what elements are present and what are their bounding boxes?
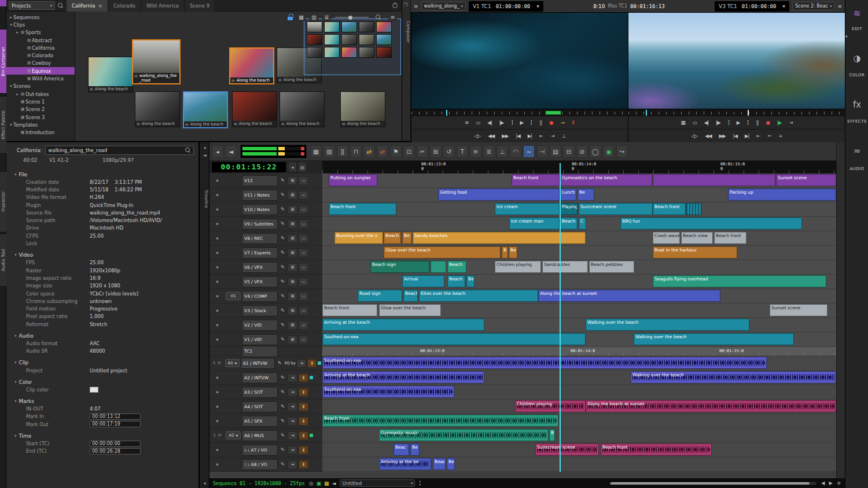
edit-pencil-icon[interactable]: ✎ bbox=[279, 293, 286, 299]
loop-icon[interactable]: ◁▷ bbox=[691, 133, 697, 139]
power-icon[interactable] bbox=[392, 3, 398, 8]
timeline-ruler[interactable]: 00:01:13:0000:01:14:0000:01:15:00 bbox=[322, 161, 836, 173]
clip[interactable]: Beach bbox=[447, 261, 466, 273]
bin-tab-scene-9[interactable]: Scene 9 bbox=[185, 0, 215, 12]
tree-item-equinox[interactable]: ▦Equinox bbox=[6, 67, 75, 75]
source-position-bar[interactable] bbox=[411, 109, 628, 116]
track-lane-a1[interactable]: Southend-on-sea bbox=[322, 356, 836, 371]
clip[interactable]: Be bbox=[578, 188, 594, 201]
track-lane-v2[interactable]: Arriving at the beachWalking over the be… bbox=[322, 318, 836, 332]
track-button-a1[interactable]: A1 / INTVW bbox=[241, 358, 275, 369]
clip[interactable]: Beach front bbox=[714, 232, 746, 244]
undo-icon[interactable]: ↺ bbox=[443, 145, 455, 158]
edit-pencil-icon[interactable]: ✎ bbox=[279, 404, 286, 409]
scroll-right-icon[interactable]: ▶ bbox=[829, 480, 832, 486]
menu-icon[interactable]: ▤ bbox=[298, 162, 307, 172]
clip[interactable]: B bbox=[549, 429, 555, 441]
tree-item-scene-1[interactable]: ▦Scene 1 bbox=[6, 98, 75, 105]
caret-right-icon[interactable]: ▸ bbox=[9, 15, 13, 20]
track-lane-v4[interactable]: Road signBeachKites over the beachAlong … bbox=[322, 289, 836, 304]
clip[interactable]: Arriving at the be bbox=[379, 458, 431, 470]
monitor-toggle[interactable]: ▣ bbox=[288, 263, 297, 272]
clip[interactable]: Playing bbox=[560, 203, 578, 215]
monitor-toggle[interactable]: ▣ bbox=[288, 306, 297, 315]
marker-icon[interactable]: ⚑ bbox=[390, 145, 402, 158]
track-lane-v12[interactable]: Putting on sunglasBeach frontGymnastics … bbox=[322, 173, 836, 188]
splice-icon[interactable]: ⇄ bbox=[377, 145, 388, 158]
zoom-slider[interactable] bbox=[335, 17, 369, 18]
monitor-toggle[interactable]: ▣ bbox=[288, 205, 297, 214]
clip[interactable] bbox=[431, 261, 446, 273]
track-lane-v5[interactable]: ArrivalBeachBeSeagulls flying overhead bbox=[322, 275, 836, 289]
fade-icon[interactable]: ◠ bbox=[510, 145, 521, 158]
clip[interactable]: Putting on sunglas bbox=[329, 174, 377, 186]
step-forward-icon[interactable]: |▶ bbox=[499, 120, 503, 125]
tree-item-colorado[interactable]: ▤Colorado bbox=[6, 51, 75, 59]
track-button-v3[interactable]: V3 / Stock bbox=[242, 305, 278, 316]
monitor-toggle[interactable]: ▣ bbox=[288, 292, 297, 301]
zoom-icon[interactable]: + bbox=[837, 480, 841, 486]
bin-clip-3[interactable]: ▤Along the beach bbox=[183, 91, 228, 128]
track-button-a5[interactable]: A5 / SFX bbox=[242, 416, 278, 427]
secondary-toggle[interactable]: ▮ bbox=[299, 417, 308, 426]
track-lane-tc1[interactable]: 00:01:13:000:01:14:000:01:15:0 bbox=[322, 347, 836, 356]
list-icon[interactable]: ≣ bbox=[483, 145, 495, 158]
go-start-icon[interactable]: ⇤ bbox=[756, 133, 760, 139]
tree-item-scenes[interactable]: ▾Scenes bbox=[6, 83, 75, 90]
clip[interactable]: Getting food bbox=[438, 188, 560, 201]
mark-in-icon[interactable]: [ bbox=[747, 120, 748, 125]
speaker-icon[interactable]: ◄ bbox=[200, 153, 209, 158]
clip[interactable]: Beach front bbox=[329, 203, 396, 215]
track-lane-v9[interactable]: Ice cream manBeachCBBQ fun bbox=[322, 217, 836, 231]
speaker-toggle[interactable]: ◄ bbox=[288, 374, 297, 382]
scissors-icon[interactable]: ✂ bbox=[767, 133, 771, 139]
section-header-audio[interactable]: ▾Audio bbox=[6, 332, 198, 339]
side-tab-effect-palette[interactable]: Effect Palette bbox=[0, 96, 6, 154]
multi-clip-selection[interactable] bbox=[304, 19, 401, 75]
clip[interactable]: Be bbox=[466, 275, 475, 287]
menu-icon[interactable]: ≡ bbox=[465, 120, 468, 125]
next-frame-icon[interactable]: ▶| bbox=[745, 133, 749, 139]
edit-pencil-icon[interactable]: ✎ bbox=[276, 360, 283, 366]
tree-item-templates[interactable]: ▾Templates bbox=[6, 121, 75, 128]
secondary-toggle[interactable]: ▮ bbox=[299, 431, 308, 440]
secondary-toggle[interactable]: ▭ bbox=[299, 278, 308, 286]
caret-down-icon[interactable]: ▾ bbox=[9, 84, 13, 88]
playhead[interactable] bbox=[560, 163, 561, 472]
solo-mute-buttons[interactable]: S M bbox=[211, 433, 225, 438]
clip[interactable]: Lunch bbox=[560, 188, 576, 201]
clip-thumbnail[interactable] bbox=[359, 34, 374, 45]
track-patch-a1[interactable]: A1 ◂ bbox=[225, 359, 240, 367]
menu-icon[interactable]: ≡ bbox=[388, 13, 397, 21]
monitor-toggle[interactable]: ▣ bbox=[288, 321, 297, 330]
clip[interactable]: Ice cream bbox=[495, 203, 560, 215]
clip[interactable]: Beach view bbox=[681, 232, 713, 244]
mark-in-icon[interactable]: [ bbox=[531, 120, 532, 125]
track-lane-a8[interactable]: Arriving at the beBeacBe bbox=[322, 457, 836, 472]
effects-icon[interactable]: fx bbox=[845, 99, 868, 110]
bin-tab-california[interactable]: California× bbox=[67, 0, 108, 12]
search-icon[interactable] bbox=[185, 147, 191, 153]
track-button-a6[interactable]: A6 / MUS bbox=[242, 430, 278, 441]
track-button-v5[interactable]: V5 / VFX bbox=[242, 276, 278, 287]
track-patch-v4[interactable]: V1 bbox=[226, 292, 241, 300]
clip[interactable] bbox=[686, 203, 701, 215]
script-view-icon[interactable]: ▥ bbox=[310, 13, 318, 21]
scene-menu[interactable]: Scene 2: Beac▾ bbox=[792, 2, 835, 10]
menu-icon[interactable]: ≡ bbox=[414, 3, 418, 9]
lift-icon[interactable]: ⊼ bbox=[572, 120, 575, 125]
mark-out-icon[interactable]: ] bbox=[511, 120, 512, 125]
secondary-toggle[interactable]: ▮ bbox=[299, 446, 308, 454]
clip[interactable]: Arriving at the beach bbox=[322, 371, 484, 383]
track-button-v2[interactable]: V2 / VID bbox=[242, 320, 278, 331]
caret-down-icon[interactable]: ▾ bbox=[9, 23, 13, 27]
prev-icon[interactable]: ◂ bbox=[288, 162, 297, 172]
track-lane-a7[interactable]: BeacBeSunscream sceneBeach front bbox=[322, 443, 836, 457]
audio-icon[interactable]: ≈ bbox=[845, 146, 868, 156]
track-button-v7[interactable]: V7 / Experts bbox=[242, 247, 278, 258]
secondary-toggle[interactable]: ▭ bbox=[299, 292, 308, 301]
track-patch-a6[interactable]: A2 ◂ bbox=[226, 431, 241, 439]
speaker-toggle[interactable]: ◄ bbox=[297, 359, 306, 368]
section-header-video[interactable]: ▾Video bbox=[6, 252, 198, 259]
clip-thumbnail[interactable] bbox=[307, 34, 322, 45]
